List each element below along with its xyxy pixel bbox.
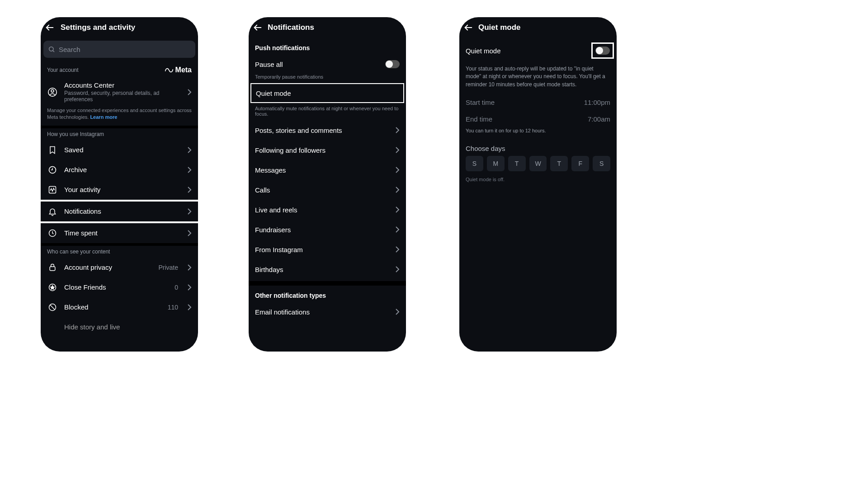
svg-marker-10 — [51, 286, 54, 289]
notifications-row[interactable]: Notifications — [41, 202, 198, 221]
push-notifications-heading: Push notifications — [249, 38, 406, 54]
block-icon — [47, 302, 58, 313]
quiet-mode-status: Quiet mode is off. — [459, 171, 617, 188]
days-picker: SMTWTFS — [459, 156, 617, 171]
choose-days-label: Choose days — [459, 140, 617, 156]
end-time-row[interactable]: End time 7:00am — [459, 111, 617, 127]
chevron-right-icon — [395, 246, 400, 253]
saved-row[interactable]: Saved — [41, 140, 198, 160]
activity-icon — [47, 184, 58, 195]
header: Quiet mode — [459, 17, 617, 38]
day-button[interactable]: T — [508, 156, 526, 171]
chevron-right-icon — [187, 186, 192, 193]
end-time-label: End time — [466, 115, 492, 123]
settings-screen: Settings and activity Search Your accoun… — [41, 17, 198, 352]
limit-note: You can turn it on for up to 12 hours. — [459, 127, 617, 140]
who-can-see-header: Who can see your content — [41, 246, 198, 258]
quiet-mode-row[interactable]: Quiet mode — [250, 83, 404, 103]
chevron-right-icon — [187, 146, 192, 154]
pause-all-desc: Temporarily pause notifications — [249, 74, 406, 83]
notification-category-row[interactable]: Messages — [249, 160, 406, 180]
accounts-center-title: Accounts Center — [64, 81, 181, 89]
clock-icon — [47, 228, 58, 239]
back-button[interactable] — [43, 21, 56, 34]
notification-category-row[interactable]: Birthdays — [249, 259, 406, 279]
pause-all-toggle[interactable] — [385, 60, 400, 68]
notification-category-row[interactable]: Calls — [249, 180, 406, 200]
accounts-center-row[interactable]: Accounts Center Password, security, pers… — [41, 77, 198, 107]
chevron-right-icon — [187, 208, 192, 215]
chevron-right-icon — [395, 266, 400, 273]
notification-category-row[interactable]: Posts, stories and comments — [249, 120, 406, 140]
chevron-right-icon — [395, 186, 400, 193]
archive-icon — [47, 164, 58, 175]
star-circle-icon — [47, 282, 58, 293]
svg-line-12 — [50, 305, 55, 310]
chevron-right-icon — [395, 127, 400, 134]
quiet-mode-toggle-row: Quiet mode — [459, 38, 617, 63]
notifications-screen: Notifications Push notifications Pause a… — [249, 17, 406, 352]
quiet-mode-screen: Quiet mode Quiet mode Your status and au… — [459, 17, 617, 352]
account-privacy-row[interactable]: Account privacy Private — [41, 258, 198, 277]
search-input[interactable]: Search — [43, 41, 195, 58]
arrow-left-icon — [253, 23, 263, 33]
day-button[interactable]: M — [487, 156, 505, 171]
bell-icon — [47, 206, 58, 217]
blocked-count: 110 — [168, 304, 178, 311]
chevron-right-icon — [395, 226, 400, 233]
blocked-row[interactable]: Blocked 110 — [41, 297, 198, 317]
close-friends-count: 0 — [175, 284, 178, 291]
search-icon — [48, 46, 55, 53]
quiet-mode-desc: Automatically mute notifications at nigh… — [249, 103, 406, 120]
other-notification-types-heading: Other notification types — [249, 286, 406, 302]
chevron-right-icon — [395, 166, 400, 174]
search-placeholder: Search — [59, 46, 80, 53]
chevron-right-icon — [395, 146, 400, 154]
start-time-value: 11:00pm — [584, 99, 610, 106]
back-button[interactable] — [251, 21, 264, 34]
quiet-mode-toggle[interactable] — [595, 47, 610, 55]
accounts-center-subtitle: Password, security, personal details, ad… — [64, 90, 181, 103]
day-button[interactable]: F — [571, 156, 589, 171]
your-activity-row[interactable]: Your activity — [41, 180, 198, 200]
notification-category-row[interactable]: From Instagram — [249, 239, 406, 259]
email-notifications-row[interactable]: Email notifications — [249, 302, 406, 322]
quiet-mode-toggle-highlight — [591, 42, 614, 59]
pause-all-row[interactable]: Pause all — [249, 54, 406, 74]
close-friends-row[interactable]: Close Friends 0 — [41, 277, 198, 297]
time-spent-row[interactable]: Time spent — [41, 223, 198, 243]
chevron-right-icon — [187, 264, 192, 271]
quiet-mode-description: Your status and auto-reply will be updat… — [459, 63, 617, 94]
end-time-value: 7:00am — [588, 115, 610, 123]
archive-row[interactable]: Archive — [41, 160, 198, 180]
svg-point-4 — [51, 89, 54, 92]
day-button[interactable]: S — [593, 156, 610, 171]
how-you-use-header: How you use Instagram — [41, 128, 198, 140]
bookmark-icon — [47, 145, 58, 155]
start-time-row[interactable]: Start time 11:00pm — [459, 94, 617, 111]
svg-rect-8 — [50, 267, 55, 270]
notification-category-row[interactable]: Following and followers — [249, 140, 406, 160]
chevron-right-icon — [187, 166, 192, 174]
arrow-left-icon — [463, 23, 473, 33]
chevron-right-icon — [187, 304, 192, 311]
accounts-center-desc: Manage your connected experiences and ac… — [41, 107, 198, 126]
page-title: Settings and activity — [56, 23, 183, 32]
notification-category-row[interactable]: Fundraisers — [249, 220, 406, 239]
day-button[interactable]: T — [550, 156, 568, 171]
page-title: Quiet mode — [475, 23, 601, 32]
hide-story-row[interactable]: Hide story and live — [41, 317, 198, 337]
day-button[interactable]: W — [529, 156, 547, 171]
meta-logo: Meta — [165, 66, 192, 74]
lock-icon — [47, 262, 58, 273]
back-button[interactable] — [462, 21, 475, 34]
day-button[interactable]: S — [466, 156, 483, 171]
learn-more-link[interactable]: Learn more — [90, 114, 117, 120]
chevron-right-icon — [395, 308, 400, 315]
notification-category-row[interactable]: Live and reels — [249, 200, 406, 220]
your-account-header: Your account Meta — [41, 63, 198, 77]
meta-infinity-icon — [165, 67, 174, 73]
arrow-left-icon — [45, 23, 55, 33]
svg-line-2 — [53, 51, 54, 52]
chevron-right-icon — [187, 89, 192, 96]
